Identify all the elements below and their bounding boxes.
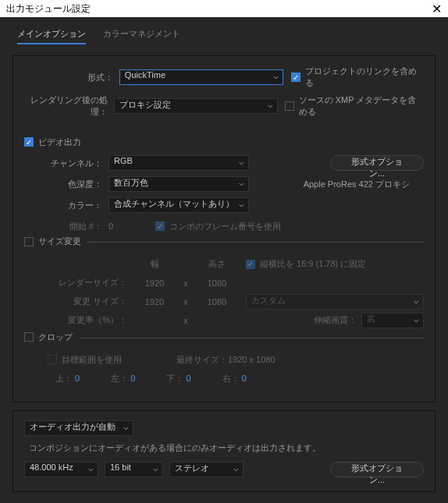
lock-aspect-checkbox: ✓ 縦横比を 16:9 (1.78) に固定 — [246, 258, 366, 270]
width-header: 幅 — [135, 258, 174, 270]
crop-left: 0 — [130, 374, 135, 383]
crop-checkbox[interactable]: クロップ — [24, 331, 73, 343]
checkbox-icon: ✓ — [24, 137, 34, 147]
use-roi-checkbox: 目標範囲を使用 — [48, 354, 122, 366]
final-size: 最終サイズ：1920 x 1080 — [176, 354, 276, 366]
titlebar: 出力モジュール設定 ✕ — [0, 0, 448, 17]
checkbox-icon: ✓ — [246, 260, 255, 269]
checkbox-icon: ✓ — [291, 73, 300, 82]
format-select[interactable]: QuickTime — [119, 69, 283, 85]
include-xmp-checkbox[interactable]: ソースの XMP メタデータを含める — [285, 94, 424, 118]
checkbox-icon — [48, 355, 57, 364]
change-width: 1920 — [135, 297, 174, 306]
color-select[interactable]: 合成チャンネル（マットあり） — [108, 197, 249, 213]
crop-bottom: 0 — [186, 374, 190, 383]
audio-rate-select[interactable]: 48.000 kHz — [24, 462, 98, 477]
stretch-label: 伸縮画質： — [314, 314, 357, 326]
start-label: 開始 #： — [24, 221, 108, 232]
checkbox-icon — [285, 101, 293, 111]
depth-select[interactable]: 数百万色 — [108, 176, 249, 192]
post-render-select[interactable]: プロキシ設定 — [114, 98, 278, 114]
crop-section: クロップ 目標範囲を使用 最終サイズ：1920 x 1080 上： 0 左： 0… — [24, 338, 424, 388]
tab-color-management[interactable]: カラーマネジメント — [103, 28, 180, 44]
start-value: 0 — [108, 221, 132, 231]
resize-preset-select: カスタム — [246, 294, 424, 310]
audio-note: コンポジションにオーディオがある場合にのみオーディオは出力されます。 — [29, 442, 424, 454]
audio-mode-select[interactable]: オーディオ出力が自動 — [24, 420, 133, 436]
depth-label: 色深度： — [24, 179, 108, 190]
resize-checkbox[interactable]: サイズ変更 — [24, 236, 81, 247]
video-output-checkbox[interactable]: ✓ ビデオ出力 — [24, 136, 81, 148]
main-panel: 形式： QuickTime ✓ プロジェクトのリンクを含める レンダリング後の処… — [12, 55, 436, 402]
use-comp-frame-checkbox: ✓ コンポのフレーム番号を使用 — [155, 221, 281, 232]
render-height: 1080 — [197, 278, 236, 288]
crop-top: 0 — [75, 374, 80, 383]
post-render-label: レンダリング後の処理： — [24, 94, 114, 118]
audio-channel-select[interactable]: ステレオ — [169, 462, 244, 477]
tab-bar: メインオプション カラーマネジメント — [12, 28, 436, 44]
crop-right: 0 — [242, 374, 247, 383]
render-size-label: レンダーサイズ： — [57, 277, 135, 289]
checkbox-icon — [24, 237, 34, 246]
include-link-checkbox[interactable]: ✓ プロジェクトのリンクを含める — [291, 66, 424, 89]
window-title: 出力モジュール設定 — [6, 2, 91, 16]
color-label: カラー： — [24, 200, 108, 211]
audio-bit-select[interactable]: 16 bit — [105, 462, 163, 477]
checkbox-icon: ✓ — [155, 221, 165, 231]
codec-info: Apple ProRes 422 プロキシ — [304, 179, 424, 190]
channel-select[interactable]: RGB — [108, 155, 249, 171]
channel-label: チャンネル： — [24, 158, 108, 169]
video-format-options-button[interactable]: 形式オプション... — [330, 155, 424, 171]
change-size-label: 変更 サイズ： — [57, 296, 135, 307]
render-width: 1920 — [135, 278, 174, 288]
close-icon[interactable]: ✕ — [432, 2, 442, 16]
audio-panel: オーディオ出力が自動 コンポジションにオーディオがある場合にのみオーディオは出力… — [12, 410, 436, 492]
stretch-quality-select: 高 — [361, 313, 424, 328]
resize-section: サイズ変更 幅 高さ ✓ 縦横比を 16:9 (1.78) に固定 レンダーサイ… — [24, 242, 424, 330]
tab-main[interactable]: メインオプション — [17, 28, 86, 44]
audio-format-options-button[interactable]: 形式オプション... — [330, 462, 424, 477]
ratio-label: 変更率（%）： — [57, 314, 135, 326]
change-height: 1080 — [197, 297, 236, 306]
format-label: 形式： — [24, 72, 119, 83]
checkbox-icon — [24, 332, 34, 342]
height-header: 高さ — [197, 258, 236, 270]
